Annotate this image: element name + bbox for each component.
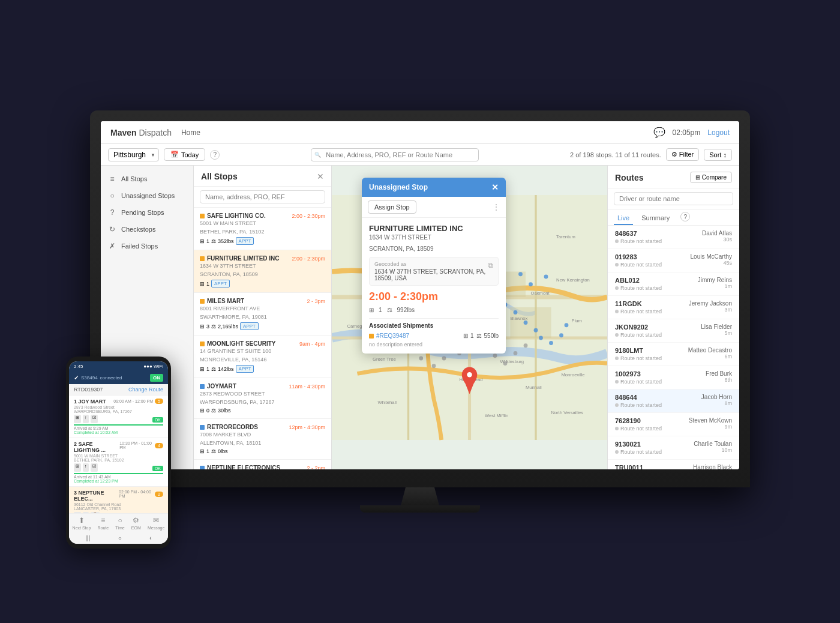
city-dropdown[interactable]: Pittsburgh [108,148,159,161]
route-item-7628190[interactable]: 7628190 Route not started Steven McKown … [608,413,739,436]
routes-panel: Routes ⊞ Compare Live Summary ? [607,166,739,469]
routes-search-input[interactable] [614,192,733,205]
route-item-9130021[interactable]: 9130021 Route not started Charlie Toulan… [608,436,739,460]
second-toolbar: Pittsburgh 📅 Today ? 2 of 198 stops. 11 … [101,144,739,166]
stops-list: SAFE LIGHTING CO. 2:00 - 2:30pm 5001 W M… [194,208,331,469]
stop-item-safe-lighting[interactable]: SAFE LIGHTING CO. 2:00 - 2:30pm 5001 W M… [194,208,331,250]
driver-id: S38494 [81,375,98,381]
tab-summary[interactable]: Summary [638,212,673,225]
sidebar-label-all-stops: All Stops [121,175,147,182]
nav-home-link[interactable]: Home [181,128,200,137]
help-icon[interactable]: ? [210,150,220,160]
sidebar-label-checkstops: Checkstops [121,226,155,233]
brand-maven: Maven [110,128,137,137]
route-item-848637[interactable]: 848637 Route not started David Atlas 30s [608,226,739,249]
popup-menu-icon[interactable]: ⋮ [493,203,500,211]
svg-point-42 [544,275,548,279]
stop-name: SAFE LIGHTING CO. [200,212,266,219]
sidebar-item-failed[interactable]: ✗ Failed Stops [101,238,193,254]
svg-text:Monroeville: Monroeville [562,372,585,378]
phone-stop-2[interactable]: 2 SAFE LIGHTING ... 10:30 PM - 01:00 PM … [69,438,168,487]
stops-search-input[interactable] [200,190,325,203]
route-item-1002973[interactable]: 1002973 Route not started Fred Burk 6th [608,366,739,390]
phone-stop-3[interactable]: 3 NEPTUNE ELEC... 02:00 PM - 04:00 PM 2 … [69,487,168,513]
main-search-input[interactable] [311,148,479,161]
chat-icon: 💬 [653,127,665,138]
next-stop-icon: ⬆ [79,516,85,525]
svg-point-40 [529,282,533,286]
sidebar-item-checkstops[interactable]: ↻ Checkstops [101,221,193,238]
svg-text:Green Tree: Green Tree [373,357,396,362]
compare-button[interactable]: ⊞ Compare [690,172,732,183]
appt-tag: APPT [236,237,254,245]
routes-help-icon[interactable]: ? [680,212,690,221]
geocoded-label: Geocoded as [374,261,488,267]
eom-icon: ⚙ [133,516,139,525]
route-item-abl012[interactable]: ABL012 Route not started Jimmy Reins 1m [608,272,739,296]
shipment-desc: no description entered [369,342,499,348]
filter-button[interactable]: ⚙ Filter [666,148,700,161]
phone-menu-icon[interactable]: ||| [85,535,90,541]
popup-header: Unassigned Stop ✕ [362,178,506,197]
phone-nav-next-stop[interactable]: ⬆ Next Stop [73,516,91,530]
stops-close-button[interactable]: ✕ [317,172,324,181]
route-item-9180lmt[interactable]: 9180LMT Route not started Matteo Decastr… [608,343,739,366]
assign-stop-button[interactable]: Assign Stop [368,200,416,214]
svg-text:Tarentum: Tarentum [556,234,575,239]
nav-left: Maven Dispatch Home [110,128,200,137]
phone-back-icon[interactable]: ‹ [149,535,151,541]
route-item-11rgdk[interactable]: 11RGDK Route not started Jeremy Jackson … [608,296,739,319]
phone-bottom-nav: ⬆ Next Stop ≡ Route ○ Time ⚙ EOM [69,513,168,532]
popup-close-button[interactable]: ✕ [491,182,499,192]
svg-text:New Kensington: New Kensington [556,278,590,283]
phone-stop-1[interactable]: 1 JOY MART 09:00 AM - 12:00 PM 5 2873 Re… [69,396,168,438]
phone-signal: ●●● WiFi [143,364,163,369]
message-icon: ✉ [153,516,159,525]
phone-nav-eom[interactable]: ⚙ EOM [131,516,141,530]
route-item-tru0011[interactable]: TRU0011 Route not started Harrison Black… [608,460,739,469]
svg-point-53 [503,361,508,366]
stop-item-retrorecords[interactable]: RETRORECORDS 12pm - 4:30pm 7008 MARKET B… [194,419,331,460]
stop-item-moonlight[interactable]: MOONLIGHT SECURITY 9am - 4pm 14 GRANTINE… [194,336,331,378]
logout-link[interactable]: Logout [707,128,730,137]
stops-title: All Stops [201,172,238,181]
sort-icon: ↕ [723,151,727,158]
sidebar-item-all-stops[interactable]: ≡ All Stops [101,170,193,187]
shipment-badge [369,334,374,339]
time-icon: ○ [118,516,122,525]
stops-search [194,187,331,208]
route-item-848644[interactable]: 848644 Route not started Jacob Horn 8m [608,390,739,413]
today-button[interactable]: 📅 Today [164,148,205,161]
copy-icon[interactable]: ⧉ [488,261,493,269]
shipment-row: #REQ39487 ⊞ 1 ⚖ 550lb [369,333,499,339]
sidebar-item-pending[interactable]: ? Pending Stops [101,204,193,221]
change-route-link[interactable]: Change Route [128,387,163,393]
sidebar-item-unassigned[interactable]: ○ Unassigned Stops [101,187,193,204]
completed-bar-2 [74,473,163,474]
popup-address-line1: 1634 W 37TH STREET [369,234,499,241]
phone-home-bar: ||| ○ ‹ [69,532,168,544]
stop-item-joymart[interactable]: JOYMART 11am - 4:30pm 2873 REDWOOD STREE… [194,378,331,419]
sort-button[interactable]: Sort ↕ [704,149,732,161]
tab-live[interactable]: Live [614,212,633,225]
svg-point-54 [514,351,518,355]
routes-list: 848637 Route not started David Atlas 30s [608,226,739,469]
stop-item-furniture[interactable]: FURNITURE LIMITED INC 2:00 - 2:30pm 1634… [194,250,331,293]
svg-point-41 [518,272,523,276]
stop-badge-orange-2 [200,256,205,261]
phone-home-icon[interactable]: ○ [118,535,122,541]
route-item-jkon9202[interactable]: JKON9202 Route not started Lisa Fielder … [608,319,739,343]
route-item-019283[interactable]: 019283 Route not started Louis McCarthy … [608,249,739,272]
popup-title: Unassigned Stop [369,183,428,191]
stop-item-miles-mart[interactable]: MILES MART 2 - 3pm 8001 RIVERFRONT AVE S… [194,293,331,336]
phone-nav-time[interactable]: ○ Time [115,516,124,530]
svg-point-33 [514,310,518,315]
phone-nav-route[interactable]: ≡ Route [98,516,109,530]
stop-item-neptune[interactable]: NEPTUNE ELECTRONICS 2 - 2pm 36112 OLD CH… [194,460,331,469]
pending-icon: ? [108,208,116,217]
stops-count-text: 2 of 198 stops. 11 of 11 routes. [570,151,661,158]
phone-nav-message[interactable]: ✉ Message [148,516,164,530]
calendar-icon: 📅 [170,151,179,158]
monitor-screen: Maven Dispatch Home 💬 02:05pm Logout Pit… [101,121,739,469]
svg-text:Munhall: Munhall [526,385,542,390]
